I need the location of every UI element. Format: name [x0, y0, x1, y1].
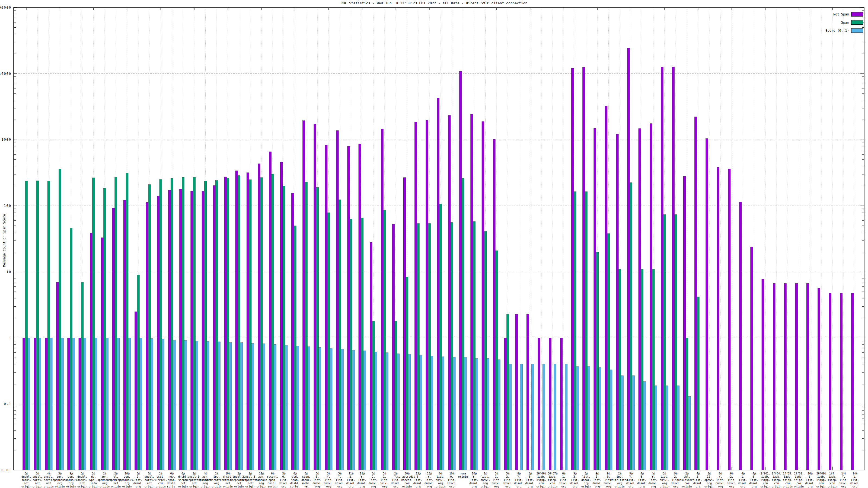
x-category-label: 3. — [641, 475, 644, 478]
x-category-label: spamhaus. — [120, 479, 134, 482]
bar-spam-50 — [574, 192, 576, 470]
bar-not-spam-72 — [817, 288, 820, 470]
bar-not-spam-75 — [851, 293, 854, 470]
x-category-label: 2@ — [618, 472, 621, 475]
bar-not-spam-11 — [134, 312, 137, 470]
x-category-label: list. — [481, 475, 489, 478]
x-category-label: dnswl. — [738, 482, 748, 485]
x-category-label: dnswl. — [346, 482, 356, 485]
bar-spam-1 — [25, 181, 28, 470]
x-category-label: dnswl. — [133, 482, 143, 485]
x-category-label: 10@ — [124, 472, 129, 475]
bar-spam-17 — [204, 181, 207, 470]
x-category-label: none — [460, 472, 466, 475]
x-category-label: net — [113, 482, 118, 485]
x-category-label: dnsbl. — [22, 475, 31, 478]
bar-not-spam-46 — [527, 314, 529, 470]
x-category-label: dnsbl. — [301, 479, 311, 482]
x-category-label: org — [752, 485, 756, 488]
x-category-label: origin — [77, 485, 87, 488]
y-tick-label: 100000 — [0, 6, 11, 9]
x-category-label: org — [69, 482, 73, 485]
x-category-label: net — [35, 482, 40, 485]
x-category-label: 1ff. — [829, 472, 836, 475]
x-category-label: isipp. — [772, 479, 781, 482]
bar-spam-41 — [473, 222, 475, 470]
bar-score-0-1-4 — [61, 338, 63, 470]
x-category-label: iadb. — [773, 475, 781, 478]
bar-spam-15 — [182, 177, 184, 470]
x-category-label: 6@ — [170, 472, 174, 475]
bar-spam-56 — [641, 269, 643, 470]
bar-not-spam-52 — [594, 128, 596, 470]
x-category-label: 14@ — [852, 472, 858, 475]
bar-score-0-1-28 — [330, 348, 332, 470]
x-category-label: 2. — [506, 475, 509, 478]
x-category-label: 2@ — [103, 472, 106, 475]
bar-not-spam-2 — [34, 338, 36, 470]
x-category-label: dnswl. — [850, 482, 860, 485]
x-category-label: 3. — [574, 475, 577, 478]
bar-score-0-1-60 — [688, 397, 691, 470]
rbl-statistics-screen: RBL Statistics - Wed Jun 8 12:58:23 EDT … — [0, 0, 868, 488]
bar-score-0-1-48 — [554, 364, 556, 470]
bar-spam-24 — [283, 186, 285, 470]
x-category-label: recent. — [267, 475, 278, 478]
x-category-label: Y. — [472, 475, 476, 478]
bar-not-spam-57 — [650, 124, 652, 470]
x-category-label: 2ff02. — [794, 472, 804, 475]
bar-not-spam-51 — [582, 67, 585, 470]
bar-not-spam-22 — [258, 164, 260, 470]
x-category-label: org — [528, 485, 533, 488]
x-category-label: list. — [571, 479, 579, 482]
x-category-label: org — [214, 482, 219, 485]
x-category-label: origin — [212, 485, 222, 488]
x-category-label: org — [841, 485, 846, 488]
bar-not-spam-56 — [639, 129, 641, 470]
bar-score-0-1-36 — [420, 355, 422, 470]
bar-not-spam-7 — [90, 233, 92, 470]
x-category-label: org — [718, 485, 723, 488]
x-category-label: dnswl. — [570, 482, 580, 485]
x-category-label: net — [24, 482, 29, 485]
x-category-label: 1. — [809, 475, 812, 478]
bar-not-spam-53 — [605, 106, 607, 470]
bar-spam-8 — [103, 188, 106, 470]
x-category-label: spam. — [291, 479, 299, 482]
bar-score-0-1-10 — [128, 338, 131, 470]
bar-not-spam-43 — [493, 139, 495, 470]
x-category-label: list. — [638, 479, 646, 482]
bar-not-spam-25 — [291, 193, 294, 470]
x-category-label: zen. — [258, 475, 265, 478]
x-category-label: net — [46, 482, 51, 485]
x-category-label: origin — [122, 485, 132, 488]
x-category-label: 6@ — [293, 472, 297, 475]
bar-spam-51 — [585, 192, 587, 470]
x-category-label: dnswl. — [525, 482, 535, 485]
x-category-label: origin — [111, 485, 121, 488]
x-category-label: com — [830, 482, 835, 485]
x-category-label: dnswl. — [603, 482, 613, 485]
x-category-label: 9@ — [69, 472, 73, 475]
x-category-label: dnswl. — [649, 482, 658, 485]
x-category-label: 50@ — [404, 472, 409, 475]
bar-spam-30 — [350, 219, 352, 470]
x-category-label: 11@ — [259, 472, 264, 475]
x-category-label: org — [572, 485, 578, 488]
bar-score-0-1-44 — [509, 364, 512, 470]
bar-not-spam-64 — [728, 169, 731, 470]
x-category-label: Y. — [652, 475, 655, 478]
bar-not-spam-47 — [538, 338, 540, 470]
x-category-label: org — [696, 485, 701, 488]
x-category-label: 9@ — [607, 472, 610, 475]
bar-not-spam-55 — [627, 48, 630, 470]
x-category-label: origin — [772, 485, 781, 488]
x-category-label: 6@ — [305, 472, 308, 475]
x-category-label: isipp. — [828, 479, 837, 482]
x-category-label: 10@ — [450, 472, 454, 475]
bar-spam-2 — [36, 181, 39, 470]
x-category-label: 36406@ — [536, 472, 546, 475]
x-category-label: ips. — [617, 475, 623, 478]
x-category-label: list. — [336, 479, 344, 482]
x-category-label: org — [561, 485, 566, 488]
